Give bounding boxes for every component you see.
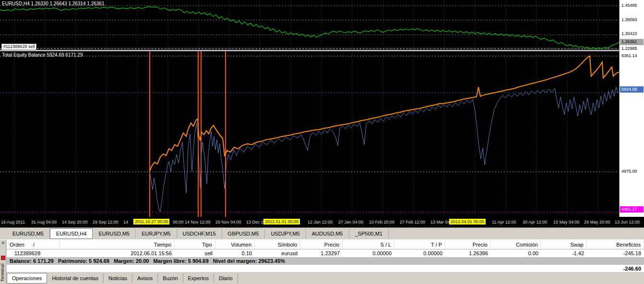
balance-row: Balance: 6 171.29 Patrimonio: 5 924.69 M… [7,257,644,265]
order-cell: sell [175,250,215,256]
price-scale[interactable]: 1.454851.380601.304101.263611.229856361.… [619,0,644,217]
chart-tab-eurusd-m5[interactable]: EURUSD,M5 [93,229,136,238]
column-header-tiempo[interactable]: Tiempo [60,240,175,249]
balance-line [150,56,619,171]
column-header-volumen[interactable]: Volumen [215,240,255,249]
column-header-t-p[interactable]: T / P [394,240,445,249]
date-tick: 30 Apr 12:00 [523,220,547,225]
date-tick: 13 Dec 2 [246,220,263,225]
terminal-tab-label: Terminal [0,261,6,284]
terminal-tab-diario[interactable]: Diario [214,273,238,283]
terminal-tab-expertos[interactable]: Expertos [183,273,214,283]
chart-tab-bar: EURUSD,M5EURUSD,H4EURUSD,M5EURJPY,M5USDC… [0,227,644,239]
scale-label: 6361.14 [621,53,637,59]
terminal-tab-historial-de-cuentas[interactable]: Historial de cuentas [47,273,104,283]
date-tick: 14 [123,220,128,225]
date-tick: 14 Nov 12:00 [185,220,211,225]
time-axis[interactable]: 16 Aug 201131 Aug 04:0014 Sep 20:0029 Se… [0,217,644,227]
column-header-tipo[interactable]: Tipo [175,240,215,249]
scale-label: 1.30410 [621,31,637,36]
column-header-swap[interactable]: Swap [541,240,587,249]
date-tick: 15 May 04:00 [553,220,580,225]
scale-label: 1.22985 [621,46,637,51]
equity-chart-canvas[interactable] [0,51,619,217]
order-cell: -1.42 [541,250,587,256]
mt4-window: EURUSD,H4 1.26330 1.26643 1.26314 1.2636… [0,0,644,284]
highlighted-date-label: 2011.10.27 00:00 [133,219,169,225]
equity-value-box: 5924.68 [620,86,644,93]
chart-tab--sp500-m1[interactable]: _SP500,M1 [349,229,389,238]
total-profit-row: -246.60 [7,265,644,272]
chart-tab-eurusd-m5[interactable]: EURUSD,M5 [7,229,50,238]
date-tick: 27 Feb 12:00 [400,220,425,225]
equity-chart[interactable]: Total Equity Balance 5924.69 6171.29 [0,51,619,217]
date-tick: 00:00 [173,220,184,225]
column-header-precio[interactable]: Precio [445,240,491,249]
column-header-orden-[interactable]: Orden / [7,240,60,249]
column-header-s-mbolo[interactable]: Símbolo [255,240,300,249]
terminal-tab-noticias[interactable]: Noticias [104,273,132,283]
chart-tab-gbpusd-m5[interactable]: GBPUSD,M5 [222,229,265,238]
highlighted-date-label: 2012.01.01 00:00 [263,219,300,225]
chart-tab-eurjpy-m5[interactable]: EURJPY,M5 [136,229,177,238]
total-profit: -246.60 [623,266,641,272]
order-cell: 2012.06.01 15:56 [60,250,175,256]
date-tick: 29 Nov 04:00 [215,220,241,225]
order-cell: 0.10 [215,250,255,256]
order-cell: -245.18 [587,250,644,256]
balance-summary: Balance: 6 171.29 Patrimonio: 5 924.69 M… [10,258,285,264]
date-tick: 16 Aug 2011 [1,220,25,225]
date-tick: 29 May 20:00 [584,220,610,225]
close-icon[interactable]: × [0,240,6,246]
eurusd-price-line [0,7,619,49]
date-tick: 13 Mar 04 [430,220,450,225]
price-chart[interactable]: EURUSD,H4 1.26330 1.26643 1.26314 1.2636… [0,0,619,50]
orders-table-header: Orden /TiempoTipoVolumenSímboloPrecioS /… [7,240,644,249]
min-equity-box: 4491.17 [620,206,644,213]
chart-tab-usdjpy-m5[interactable]: USDJPY,M5 [265,229,306,238]
terminal-panel: × Terminal Orden /TiempoTipoVolumenSímbo… [0,239,644,284]
chart-tab-usdchf-m15[interactable]: USDCHF,M15 [177,229,222,238]
date-tick: 10 Feb 20:00 [369,220,394,225]
column-header-beneficios[interactable]: Beneficios [587,240,644,249]
column-header-s-l[interactable]: S / L [343,240,394,249]
order-cell: 0.00 [491,250,541,256]
terminal-tab-operaciones[interactable]: Operaciones [7,273,47,284]
order-cell: 1.26396 [445,250,491,256]
terminal-side-strip[interactable]: × Terminal [0,240,6,284]
date-tick: 12 Jan 12:00 [308,220,333,225]
date-tick: 27 Jan 04:00 [338,220,363,225]
date-tick: 14 Sep 20:00 [62,220,88,225]
scale-label: 4975.00 [621,169,637,174]
terminal-icon [1,256,5,260]
order-row[interactable]: 1123896282012.06.01 15:56sell0.10eurusd1… [7,249,644,257]
order-cell: 112389628 [7,250,60,256]
date-tick: 13 Jun 12:00 [615,220,640,225]
equity-line [150,87,619,212]
terminal-tab-avisos[interactable]: Avisos [132,273,158,283]
chart-title: EURUSD,H4 1.26330 1.26643 1.26314 1.2636… [2,1,105,6]
order-line-label: #112389628 sell [1,44,36,50]
chart-tab-audusd-m5[interactable]: AUDUSD,M5 [306,229,349,238]
date-tick: 11 Apr 12:00 [492,220,516,225]
order-cell: 1.23297 [300,250,343,256]
highlighted-date-label: 2012.04.01 00:00 [449,219,486,225]
column-header-precio[interactable]: Precio [300,240,343,249]
scale-label: 1.45485 [621,3,637,8]
date-tick: 31 Aug 04:00 [31,220,57,225]
terminal-tab-buz-n[interactable]: Buzón [158,273,183,283]
current-price-box: 1.26361 [620,39,644,45]
orders-table: Orden /TiempoTipoVolumenSímboloPrecioS /… [7,240,644,257]
order-cell: 0.00000 [343,250,394,256]
order-cell: eurusd [255,250,300,256]
order-cell: 0.00000 [394,250,445,256]
price-chart-canvas[interactable] [0,0,619,50]
indicator-title: Total Equity Balance 5924.69 6171.29 [2,52,83,58]
terminal-tabs: OperacionesHistorial de cuentasNoticiasA… [7,272,644,284]
scale-label: 1.38060 [621,17,637,23]
chart-tab-eurusd-h4[interactable]: EURUSD,H4 [50,228,93,239]
date-tick: 29 Sep 12:00 [93,220,119,225]
column-header-comisi-n[interactable]: Comisión [491,240,541,249]
